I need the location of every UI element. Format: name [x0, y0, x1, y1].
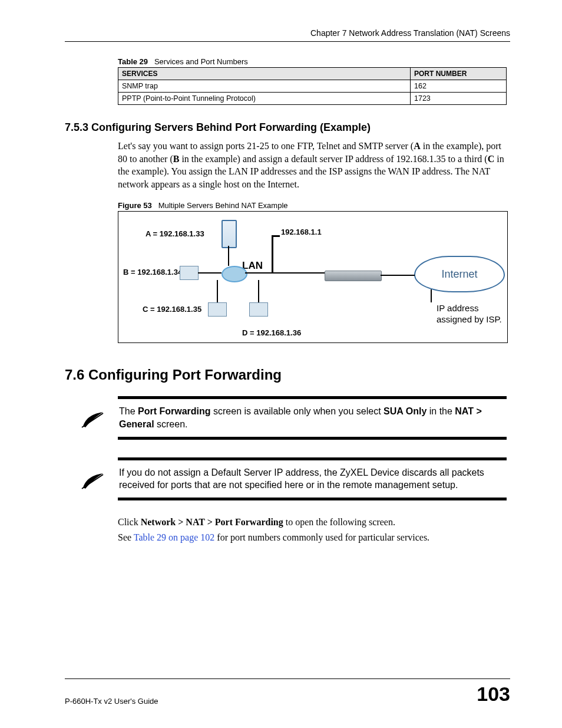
para-7-5-3: Let's say you want to assign ports 21-25…	[118, 140, 510, 190]
note-icon	[75, 466, 110, 491]
footer-guide-name: P-660H-Tx v2 User's Guide	[65, 697, 158, 706]
heading-7-5-3: 7.5.3 Configuring Servers Behind Port Fo…	[65, 121, 510, 134]
note-bottom-rule	[118, 437, 507, 440]
page-footer: P-660H-Tx v2 User's Guide 103	[65, 678, 510, 706]
note-text: The Port Forwarding screen is available …	[119, 405, 510, 436]
note-text: If you do not assign a Default Server IP…	[119, 466, 510, 498]
cell-service: SNMP trap	[118, 80, 411, 93]
figure-caption-label: Figure 53	[118, 201, 152, 210]
computer-icon	[180, 266, 199, 280]
internet-cloud-icon: Internet	[414, 256, 505, 292]
col-port-number: PORT NUMBER	[411, 68, 507, 80]
heading-7-6: 7.6 Configuring Port Forwarding	[65, 367, 510, 383]
table-row: SNMP trap 162	[118, 80, 507, 93]
table-caption-label: Table 29	[118, 57, 148, 66]
label-a: A = 192.168.1.33	[146, 229, 204, 238]
note-top-rule	[118, 457, 507, 460]
table-caption-text: Services and Port Numbers	[154, 57, 248, 66]
col-services: SERVICES	[118, 68, 411, 80]
cross-ref-link[interactable]: Table 29 on page 102	[134, 532, 215, 542]
label-gateway-ip: 192.168.1.1	[281, 228, 322, 236]
click-instruction: Click Network > NAT > Port Forwarding to…	[118, 517, 510, 528]
note-top-rule	[118, 396, 507, 399]
label-c: C = 192.168.1.35	[143, 305, 201, 314]
figure-caption: Figure 53 Multiple Servers Behind NAT Ex…	[118, 201, 510, 210]
see-line: See Table 29 on page 102 for port number…	[118, 532, 510, 543]
label-b: B = 192.168.1.34	[123, 268, 182, 276]
table-caption: Table 29 Services and Port Numbers	[118, 57, 510, 66]
figure-caption-text: Multiple Servers Behind NAT Example	[158, 201, 288, 210]
router-icon	[222, 266, 247, 282]
note-block: The Port Forwarding screen is available …	[65, 396, 510, 439]
services-table: SERVICES PORT NUMBER SNMP trap 162 PPTP …	[118, 67, 507, 105]
computer-icon	[208, 302, 227, 317]
note-block: If you do not assign a Default Server IP…	[65, 457, 510, 500]
table-header-row: SERVICES PORT NUMBER	[118, 68, 507, 80]
footer-page-number: 103	[477, 683, 510, 706]
page-header: Chapter 7 Network Address Translation (N…	[65, 28, 510, 42]
label-d: D = 192.168.1.36	[242, 328, 301, 337]
table-row: PPTP (Point-to-Point Tunneling Protocol)…	[118, 93, 507, 105]
cell-port: 1723	[411, 93, 507, 105]
label-isp: IP address assigned by ISP.	[437, 303, 507, 325]
cell-port: 162	[411, 80, 507, 93]
note-bottom-rule	[118, 498, 507, 500]
note-icon	[75, 405, 110, 430]
figure-53-diagram: A = 192.168.1.33 B = 192.168.1.34 C = 19…	[118, 211, 508, 343]
cell-service: PPTP (Point-to-Point Tunneling Protocol)	[118, 93, 411, 105]
label-internet: Internet	[441, 268, 477, 281]
modem-icon	[325, 271, 382, 281]
computer-icon	[249, 302, 268, 317]
server-icon	[222, 220, 237, 248]
